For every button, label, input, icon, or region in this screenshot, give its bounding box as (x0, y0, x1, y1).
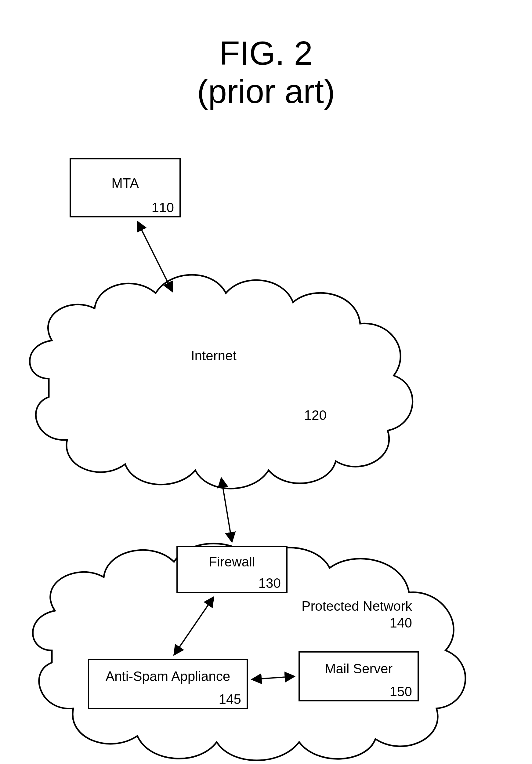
internet-label: Internet (191, 348, 236, 363)
network-label: Protected Network (301, 599, 412, 614)
mta-node: MTA 110 (70, 159, 180, 217)
network-ref: 140 (390, 615, 412, 630)
mailserver-ref: 150 (390, 684, 412, 699)
firewall-node: Firewall 130 (177, 547, 287, 592)
mailserver-label: Mail Server (325, 661, 393, 676)
mta-ref: 110 (152, 200, 174, 215)
mailserver-node: Mail Server 150 (299, 652, 418, 701)
internet-ref: 120 (304, 408, 327, 423)
diagram-svg: MTA 110 Internet 120 Protected Network 1… (0, 0, 532, 764)
antispam-ref: 145 (219, 692, 241, 706)
internet-cloud: Internet 120 (30, 275, 413, 488)
antispam-label: Anti-Spam Appliance (105, 669, 230, 684)
firewall-ref: 130 (259, 576, 281, 591)
diagram-page: FIG. 2 (prior art) MTA 110 Internet 120 … (0, 0, 532, 764)
antispam-node: Anti-Spam Appliance 145 (89, 660, 247, 708)
edge-mta-internet (137, 221, 172, 291)
firewall-label: Firewall (209, 554, 255, 569)
mta-label: MTA (111, 176, 139, 191)
